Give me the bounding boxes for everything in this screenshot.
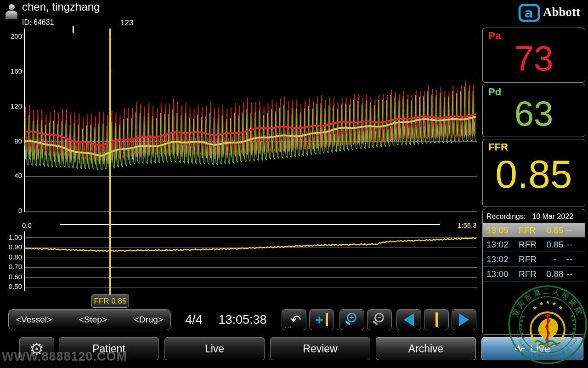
pd-readout: Pd 63 [482,84,585,137]
pa-readout: Pa 73 [482,28,585,83]
svg-text:a: a [524,5,533,21]
recording-row[interactable]: 13:00 RFR 0.88 -- [483,267,585,282]
zoom-out-button[interactable]: − [367,309,392,330]
recording-time: 13:05 [486,225,513,236]
undo-arrow-icon: ↶ [290,312,301,328]
ratio-tick-070: 0.70 [3,263,22,270]
recording-row[interactable]: 13:05 FFR 0.85 -- [483,223,585,237]
tab-live[interactable]: Live [164,337,265,360]
watermark-url: WWW.8888120.COM [2,350,127,364]
go-live-label: Live [530,342,550,355]
plus-icon: + [315,313,323,327]
next-icon [459,313,469,326]
recording-value: - [543,254,566,264]
y-tick-120: 120 [3,102,22,110]
recording-time: 13:00 [486,269,513,279]
add-marker-button[interactable]: + [309,309,334,330]
recording-time: 13:02 [486,240,513,250]
timeline-end-label: 1:56.3 [458,221,477,229]
step-selector[interactable]: <Step> [79,315,107,325]
recording-type: FFR [519,225,543,236]
patient-name: chen, tingzhang [22,0,100,13]
timeline-start-label: 0.0 [22,221,32,229]
timeline-scrollbar[interactable] [60,224,440,225]
recording-value: 0.85 [543,225,566,236]
ffr-readout: FFR 0.85 [482,139,585,207]
patient-id: ID: 64631 [22,18,54,27]
marker-number: 123 [120,18,133,28]
recording-type: RFR [519,254,543,264]
pd-value: 63 [483,93,585,133]
y-tick-160: 160 [3,67,22,75]
recording-type: RFR [519,269,543,279]
recording-row[interactable]: 13:02 RFR 0.85 -- [483,237,585,252]
ratio-tick-090: 0.90 [3,243,22,251]
zoom-in-button[interactable]: + [339,309,364,330]
y-tick-40: 40 [3,172,22,179]
pa-value: 73 [483,38,585,78]
recording-row[interactable]: 13:02 RFR - -- [483,252,585,267]
pa-label: Pa [488,30,501,42]
y-tick-200: 200 [3,32,22,40]
undo-button[interactable]: ↶ ... [282,309,306,330]
abbott-wordmark: Abbott [543,5,580,19]
ffr-label: FFR [488,141,508,153]
drug-selector[interactable]: <Drug> [134,315,163,325]
event-marker[interactable] [73,26,74,33]
patient-avatar-icon [5,3,18,24]
cursor-marker-button[interactable] [424,309,449,330]
undo-dots-icon: ... [285,321,292,329]
tab-review[interactable]: Review [270,337,370,360]
abbott-logo-icon: a [518,4,540,22]
ratio-tick-080: 0.80 [3,253,22,261]
zoom-out-icon: − [373,312,386,327]
ratio-tick-060: 0.60 [3,273,22,281]
cursor-value-label[interactable]: FFR 0.85 [91,294,129,308]
recording-time-display: 13:05:38 [215,309,270,330]
recording-extra: -- [566,225,572,236]
vessel-selector[interactable]: <Vessel> [16,315,52,325]
next-recording-button[interactable] [452,309,476,330]
y-tick-80: 80 [3,137,22,145]
app-screen: chen, tingzhang ID: 64631 123 a Abbott 2… [0,0,588,368]
recording-value: 0.85 [543,240,566,250]
recording-extra: -- [566,254,572,264]
recordings-panel: Recordings: 10 Mar 2022 13:05 FFR 0.85 -… [482,209,585,335]
recording-value: 0.88 [543,269,566,279]
prev-recording-button[interactable] [396,309,421,330]
go-live-button[interactable]: Live [481,337,583,360]
ratio-tick-100: 1.00 [3,233,22,241]
ffr-value: 0.85 [483,151,585,197]
recording-extra: -- [566,240,572,250]
ratio-tick-050: 0.50 [3,282,22,290]
recordings-title: Recordings: [486,213,526,221]
recordings-header: Recordings: 10 Mar 2022 [483,209,585,223]
recording-page-indicator: 4/4 [183,309,205,330]
cursor-bar-icon [435,312,438,327]
recording-extra: -- [566,269,572,279]
marker-bar-icon [326,313,328,326]
previous-icon [404,313,414,326]
y-tick-0: 0 [3,207,22,214]
pulse-icon [514,345,526,353]
pd-label: Pd [488,86,501,98]
recording-type: RFR [519,240,543,250]
recordings-date: 10 Mar 2022 [532,213,573,221]
zoom-in-icon: + [345,312,359,327]
recording-time: 13:02 [486,254,513,264]
measurement-cursor[interactable] [109,29,111,294]
tab-archive[interactable]: Archive [376,337,476,360]
annotation-bar: <Vessel> <Step> <Drug> [8,309,171,330]
